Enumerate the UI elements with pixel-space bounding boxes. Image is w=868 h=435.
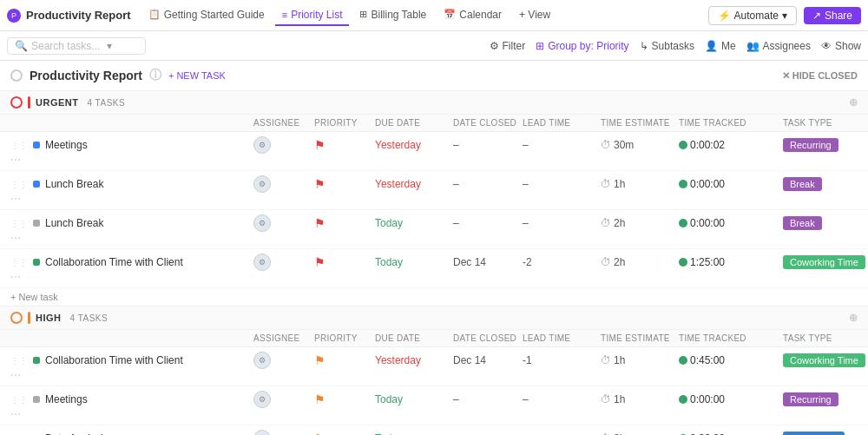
avatar[interactable]: ⚙: [253, 136, 271, 154]
row-settings-icon[interactable]: ⋯: [10, 154, 253, 166]
date-closed-cell: –: [453, 178, 523, 190]
automate-button[interactable]: ⚡ Automate ▾: [708, 6, 797, 25]
task-name[interactable]: Lunch Break: [45, 217, 103, 229]
show-button[interactable]: 👁 Show: [821, 40, 861, 52]
new-task-button[interactable]: + NEW TASK: [168, 70, 226, 81]
time-tracked-dot: [679, 180, 687, 188]
avatar[interactable]: ⚙: [253, 391, 271, 408]
high-circle-icon: [10, 312, 23, 324]
search-box[interactable]: 🔍 Search tasks... ▾: [7, 37, 146, 55]
task-type-cell: Coworking Time: [783, 354, 868, 366]
priority-cell[interactable]: ⚑: [314, 392, 375, 406]
time-tracked-cell: 0:00:00: [679, 217, 783, 229]
drag-handle-icon[interactable]: ⋮⋮: [10, 180, 28, 189]
time-tracked-cell: 0:00:00: [679, 393, 783, 405]
assignee-cell: ⚙: [253, 391, 314, 408]
tab-priority-list[interactable]: ≡ Priority List: [275, 5, 350, 26]
drag-handle-icon[interactable]: ⋮⋮: [10, 395, 28, 405]
task-type-cell: Coworking Time: [783, 256, 868, 268]
row-settings-icon[interactable]: ⋯: [10, 271, 253, 283]
new-task-row[interactable]: + New task: [0, 288, 868, 306]
row-settings-icon[interactable]: ⋯: [10, 193, 253, 205]
task-type-badge: Recurring: [783, 138, 838, 152]
task-name[interactable]: Collaboration Time with Client: [45, 354, 183, 366]
priority-flag-icon: ⚑: [314, 392, 326, 406]
high-group-name: HIGH: [36, 313, 62, 323]
app-title: Productivity Report: [26, 9, 131, 22]
time-tracked-cell: 0:00:02: [679, 139, 783, 151]
drag-handle-icon[interactable]: ⋮⋮: [10, 258, 28, 267]
drag-handle-icon[interactable]: ⋮⋮: [10, 356, 28, 366]
priority-cell[interactable]: ⚑: [314, 216, 375, 230]
assignee-cell: ⚙: [253, 352, 314, 369]
due-date-cell[interactable]: Today: [375, 256, 453, 268]
task-name[interactable]: Meetings: [45, 393, 88, 405]
task-row: ⋮⋮Collaboration Time with Client⚙⚑TodayD…: [0, 249, 868, 288]
priority-cell[interactable]: ⚑: [314, 138, 375, 152]
task-name[interactable]: Lunch Break: [45, 178, 103, 190]
tab-calendar[interactable]: 📅 Calendar: [437, 5, 509, 26]
avatar[interactable]: ⚙: [253, 430, 271, 435]
due-date-cell[interactable]: Yesterday: [375, 354, 453, 366]
getting-started-icon: 📋: [148, 9, 161, 20]
avatar[interactable]: ⚙: [253, 352, 271, 369]
avatar[interactable]: ⚙: [253, 175, 271, 193]
priority-list-icon: ≡: [282, 10, 287, 20]
assignee-cell: ⚙: [253, 430, 314, 435]
assignees-button[interactable]: 👥 Assignees: [746, 40, 811, 52]
priority-cell[interactable]: ⚑: [314, 432, 375, 435]
urgent-settings-icon[interactable]: ⊕: [849, 96, 858, 109]
time-tracked-cell: 0:45:00: [679, 354, 783, 366]
due-date-cell[interactable]: Yesterday: [375, 139, 453, 151]
date-closed-cell: –: [453, 139, 523, 151]
priority-cell[interactable]: ⚑: [314, 255, 375, 269]
task-name[interactable]: Meetings: [45, 139, 88, 151]
task-row: ⋮⋮Lunch Break⚙⚑Yesterday––⏱1h0:00:00Brea…: [0, 171, 868, 210]
task-status-dot: [33, 357, 40, 364]
row-settings-icon[interactable]: ⋯: [10, 369, 253, 381]
priority-cell[interactable]: ⚑: [314, 353, 375, 367]
task-type-cell: Break: [783, 178, 868, 190]
group-by-button[interactable]: ⊞ Group by: Priority: [536, 40, 628, 52]
subtasks-button[interactable]: ↳ Subtasks: [640, 40, 694, 52]
priority-cell[interactable]: ⚑: [314, 177, 375, 191]
lead-time-cell: -1: [523, 354, 601, 366]
hide-closed-button[interactable]: ✕ HIDE CLOSED: [782, 70, 858, 82]
due-date-cell[interactable]: Today: [375, 393, 453, 405]
task-name[interactable]: Collaboration Time with Client: [45, 256, 183, 268]
task-type-cell: Recurring: [783, 393, 868, 405]
filter-button[interactable]: ⚙ Filter: [490, 40, 526, 52]
avatar[interactable]: ⚙: [253, 254, 271, 271]
priority-flag-icon: ⚑: [314, 216, 326, 230]
time-tracked-cell: 1:25:00: [679, 256, 783, 268]
task-type-badge: Break: [783, 216, 822, 230]
assignee-cell: ⚙: [253, 254, 314, 271]
report-header: Productivity Report ⓘ + NEW TASK ✕ HIDE …: [0, 61, 868, 91]
time-estimate-cell: ⏱1h: [601, 178, 679, 190]
due-date-cell[interactable]: Yesterday: [375, 178, 453, 190]
assignee-cell: ⚙: [253, 214, 314, 232]
drag-handle-icon[interactable]: ⋮⋮: [10, 141, 28, 150]
task-type-badge: Recurring: [783, 392, 838, 406]
time-tracked-dot: [679, 395, 687, 404]
drag-handle-icon[interactable]: ⋮⋮: [10, 219, 28, 228]
high-settings-icon[interactable]: ⊕: [849, 312, 858, 324]
row-settings-icon[interactable]: ⋯: [10, 232, 253, 244]
due-date-cell[interactable]: Today: [375, 217, 453, 229]
tab-billing-table[interactable]: ⊞ Billing Table: [352, 5, 433, 26]
task-name-cell: ⋮⋮Collaboration Time with Client: [10, 354, 253, 366]
time-tracked-dot: [679, 356, 687, 365]
share-button[interactable]: ↗ Share: [804, 7, 861, 24]
avatar[interactable]: ⚙: [253, 214, 271, 232]
clock-icon: ⏱: [601, 139, 611, 151]
time-tracked-cell: 0:00:00: [679, 178, 783, 190]
tab-add-view[interactable]: + View: [512, 5, 557, 26]
me-button[interactable]: 👤 Me: [705, 40, 736, 52]
row-settings-icon[interactable]: ⋯: [10, 408, 253, 420]
share-icon: ↗: [812, 10, 821, 22]
task-status-dot: [33, 259, 40, 266]
priority-flag-icon: ⚑: [314, 255, 326, 269]
show-icon: 👁: [821, 40, 832, 52]
tab-getting-started[interactable]: 📋 Getting Started Guide: [141, 5, 272, 26]
time-tracked-dot: [679, 258, 687, 267]
